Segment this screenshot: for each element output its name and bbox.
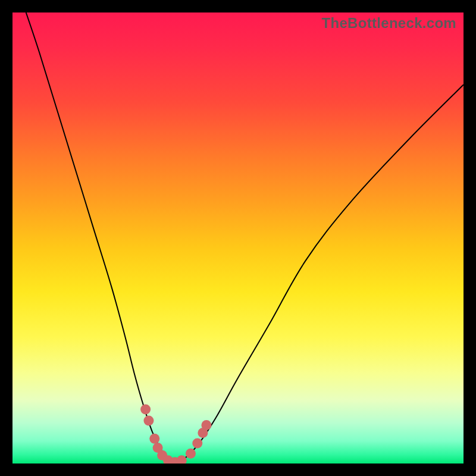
dot [177, 455, 187, 464]
watermark-text: TheBottleneck.com [322, 15, 456, 32]
dot [149, 434, 159, 444]
dot [140, 405, 151, 415]
chart-frame: TheBottleneck.com [0, 0, 476, 476]
dot [201, 420, 211, 430]
right-curve [175, 84, 464, 464]
dot [186, 449, 196, 459]
bottom-dots [140, 405, 211, 464]
dot [192, 438, 202, 448]
left-curve [26, 12, 175, 464]
dot [143, 415, 154, 425]
plot-area: TheBottleneck.com [12, 12, 464, 464]
chart-svg [12, 12, 464, 464]
